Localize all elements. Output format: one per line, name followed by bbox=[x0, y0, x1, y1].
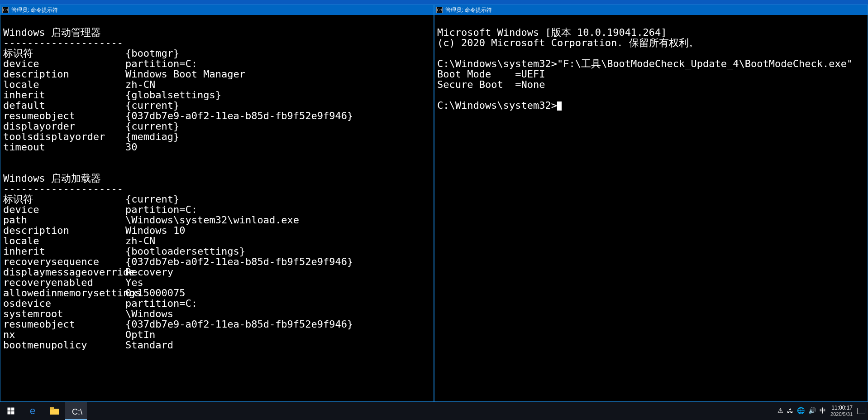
bcd-key: default bbox=[3, 100, 125, 111]
bcd-value: partition=C: bbox=[125, 298, 197, 309]
start-button[interactable] bbox=[0, 402, 22, 420]
bcd-value: {current} bbox=[125, 121, 179, 131]
bcd-row: devicepartition=C: bbox=[3, 204, 431, 215]
bcd-key: path bbox=[3, 215, 125, 225]
bcd-value: OptIn bbox=[125, 329, 155, 340]
bcd-key: recoverysequence bbox=[3, 256, 125, 267]
terminal-left[interactable]: Windows 启动管理器 -------------------- 标识符{b… bbox=[0, 15, 434, 401]
svg-rect-2 bbox=[8, 411, 11, 415]
bcd-value: {globalsettings} bbox=[125, 90, 221, 100]
bcd-key: recoveryenabled bbox=[3, 277, 125, 288]
bcd-key: displayorder bbox=[3, 121, 125, 131]
window-title-right: 管理员: 命令提示符 bbox=[445, 6, 492, 14]
bcd-row: path\Windows\system32\winload.exe bbox=[3, 215, 431, 225]
system-tray[interactable]: ⚠ 🖧 🌐 🔊 中 bbox=[777, 407, 826, 415]
action-center-button[interactable] bbox=[857, 408, 865, 414]
cmd-icon: C:\ bbox=[436, 7, 443, 13]
tray-wifi-icon[interactable]: 🖧 bbox=[787, 407, 793, 415]
terminal-right[interactable]: Microsoft Windows [版本 10.0.19041.264] (c… bbox=[434, 15, 868, 401]
cmd-taskbar-button[interactable]: C:\ bbox=[65, 402, 87, 420]
bcd-key: 标识符 bbox=[3, 194, 125, 204]
cmd-window-left[interactable]: C:\ 管理员: 命令提示符 Windows 启动管理器 -----------… bbox=[0, 5, 434, 402]
bcd-value: {current} bbox=[125, 100, 179, 111]
bcd-row: default{current} bbox=[3, 100, 431, 111]
bcd-row: toolsdisplayorder{memdiag} bbox=[3, 131, 431, 142]
bcd-value: {037db7eb-a0f2-11ea-b85d-fb9f52e9f946} bbox=[125, 256, 353, 267]
bcd-key: device bbox=[3, 58, 125, 69]
bcd-key: inherit bbox=[3, 90, 125, 100]
cursor bbox=[557, 101, 562, 111]
bcd-value: partition=C: bbox=[125, 58, 197, 69]
window-title-left: 管理员: 命令提示符 bbox=[11, 6, 58, 14]
prompt2: C:\Windows\system32> bbox=[437, 100, 557, 111]
bcd-value: 30 bbox=[125, 142, 138, 152]
bcd-row: systemroot\Windows bbox=[3, 309, 431, 319]
taskbar-left: e C:\ bbox=[0, 402, 87, 420]
bcd-value: Yes bbox=[125, 277, 143, 288]
svg-rect-1 bbox=[11, 408, 14, 411]
tray-network-icon[interactable]: 🌐 bbox=[797, 407, 805, 415]
bcd-key: toolsdisplayorder bbox=[3, 131, 125, 142]
bcd-value: Windows 10 bbox=[125, 225, 185, 236]
taskbar-right: ⚠ 🖧 🌐 🔊 中 11:00:17 2020/5/31 bbox=[777, 405, 865, 417]
clock-date: 2020/5/31 bbox=[830, 411, 853, 417]
section2-header: Windows 启动加载器 bbox=[3, 173, 101, 184]
bcd-row: localezh-CN bbox=[3, 79, 431, 90]
banner-line1: Microsoft Windows [版本 10.0.19041.264] bbox=[437, 27, 667, 38]
bcd-key: inherit bbox=[3, 246, 125, 256]
section1-divider: -------------------- bbox=[3, 37, 123, 48]
bcd-value: \Windows bbox=[125, 309, 173, 319]
output-bootmode: Boot Mode =UEFI bbox=[437, 68, 545, 80]
bcd-row: descriptionWindows 10 bbox=[3, 225, 431, 236]
taskbar-clock[interactable]: 11:00:17 2020/5/31 bbox=[830, 405, 853, 417]
bcd-key: resumeobject bbox=[3, 319, 125, 329]
bcd-row: displayorder{current} bbox=[3, 121, 431, 131]
bcd-key: description bbox=[3, 225, 125, 236]
output-secureboot: Secure Boot =None bbox=[437, 79, 545, 90]
clock-time: 11:00:17 bbox=[830, 405, 853, 411]
bcd-key: description bbox=[3, 69, 125, 79]
bcd-key: bootmenupolicy bbox=[3, 340, 125, 350]
bcd-key: nx bbox=[3, 329, 125, 340]
bcd-row: 标识符{current} bbox=[3, 194, 431, 204]
bcd-key: systemroot bbox=[3, 309, 125, 319]
section2-divider: -------------------- bbox=[3, 183, 123, 194]
bcd-row: recoveryenabledYes bbox=[3, 277, 431, 288]
cmd-icon: C:\ bbox=[72, 407, 80, 414]
bcd-row: osdevicepartition=C: bbox=[3, 298, 431, 309]
bcd-row: devicepartition=C: bbox=[3, 58, 431, 69]
svg-rect-3 bbox=[11, 411, 14, 415]
bcd-row: inherit{globalsettings} bbox=[3, 90, 431, 100]
titlebar-right[interactable]: C:\ 管理员: 命令提示符 bbox=[434, 5, 868, 15]
tray-security-icon[interactable]: ⚠ bbox=[777, 407, 783, 415]
taskbar[interactable]: e C:\ ⚠ 🖧 🌐 🔊 中 11:00:17 2020/5/31 bbox=[0, 402, 868, 420]
svg-rect-5 bbox=[50, 407, 54, 410]
bcd-value: zh-CN bbox=[125, 236, 155, 246]
titlebar-left[interactable]: C:\ 管理员: 命令提示符 bbox=[0, 5, 434, 15]
bcd-value: {bootloadersettings} bbox=[125, 246, 245, 256]
svg-rect-0 bbox=[8, 408, 11, 411]
bcd-value: {037db7e9-a0f2-11ea-b85d-fb9f52e9f946} bbox=[125, 111, 353, 121]
bcd-row: recoverysequence{037db7eb-a0f2-11ea-b85d… bbox=[3, 256, 431, 267]
bcd-value: {bootmgr} bbox=[125, 48, 179, 58]
bcd-row: resumeobject{037db7e9-a0f2-11ea-b85d-fb9… bbox=[3, 111, 431, 121]
bcd-row: inherit{bootloadersettings} bbox=[3, 246, 431, 256]
bcd-value: \Windows\system32\winload.exe bbox=[125, 215, 299, 225]
file-explorer-button[interactable] bbox=[43, 402, 65, 420]
section1-header: Windows 启动管理器 bbox=[3, 27, 101, 38]
bcd-row: timeout30 bbox=[3, 142, 431, 152]
bcd-row: 标识符{bootmgr} bbox=[3, 48, 431, 58]
bcd-key: resumeobject bbox=[3, 111, 125, 121]
bcd-row: resumeobject{037db7e9-a0f2-11ea-b85d-fb9… bbox=[3, 319, 431, 329]
bcd-value: 0x15000075 bbox=[125, 288, 185, 298]
bcd-row: displaymessageoverrideRecovery bbox=[3, 267, 431, 277]
bcd-key: device bbox=[3, 204, 125, 215]
edge-button[interactable]: e bbox=[22, 402, 43, 420]
cmd-window-right[interactable]: C:\ 管理员: 命令提示符 Microsoft Windows [版本 10.… bbox=[434, 5, 868, 402]
ime-indicator[interactable]: 中 bbox=[820, 407, 826, 415]
bcd-key: locale bbox=[3, 236, 125, 246]
bcd-value: {current} bbox=[125, 194, 179, 204]
bcd-value: Recovery bbox=[125, 267, 173, 277]
tray-volume-icon[interactable]: 🔊 bbox=[808, 407, 816, 415]
bcd-key: allowedinmemorysettings bbox=[3, 288, 125, 298]
